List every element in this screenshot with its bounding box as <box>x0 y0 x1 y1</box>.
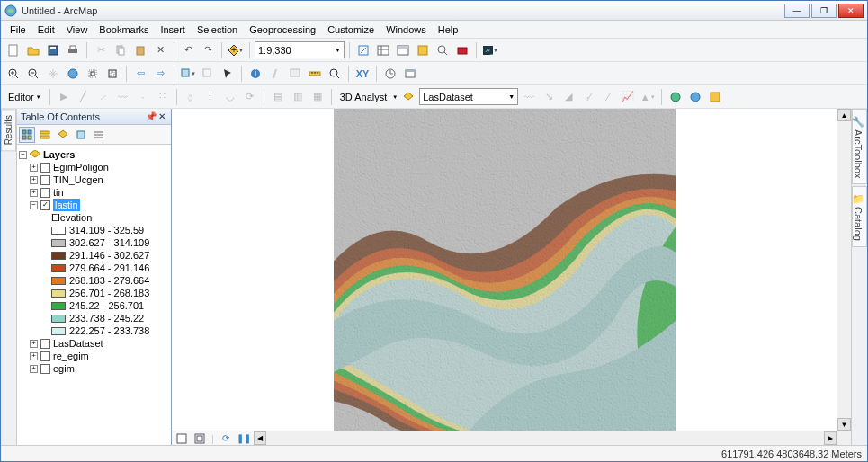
pause-icon[interactable]: ❚❚ <box>237 433 250 444</box>
full-extent-icon[interactable] <box>64 65 82 83</box>
arctoolbox-icon[interactable] <box>453 41 471 59</box>
zoom-out-icon[interactable] <box>24 65 42 83</box>
layer-tin[interactable]: tin <box>53 186 64 199</box>
symbology-swatch[interactable] <box>51 252 66 260</box>
expand-icon[interactable]: + <box>30 176 38 184</box>
options-icon[interactable] <box>706 88 724 106</box>
layer-icon[interactable] <box>399 88 417 106</box>
menu-windows[interactable]: Windows <box>380 22 432 37</box>
menu-help[interactable]: Help <box>433 22 464 37</box>
expand-icon[interactable]: + <box>30 365 38 373</box>
arcscene-icon[interactable] <box>667 88 685 106</box>
scroll-left-icon[interactable]: ◀ <box>254 431 266 445</box>
horizontal-scrollbar[interactable]: ◀ ▶ <box>254 431 837 445</box>
new-icon[interactable] <box>4 41 22 59</box>
chevron-down-icon[interactable]: ▼ <box>335 47 341 53</box>
python-window-icon[interactable]: »_▼ <box>481 41 499 59</box>
search-window-icon[interactable] <box>434 41 452 59</box>
close-icon[interactable]: ✕ <box>157 111 167 121</box>
layer-tin_ucgen[interactable]: TIN_Ucgen <box>53 173 103 186</box>
close-button[interactable]: ✕ <box>838 4 864 18</box>
layer-lasdataset[interactable]: LasDataset <box>53 337 103 350</box>
tab-arctoolbox[interactable]: 🔧ArcToolbox <box>852 109 867 184</box>
scroll-up-icon[interactable]: ▲ <box>837 109 851 121</box>
scale-input[interactable] <box>258 45 330 56</box>
collapse-icon[interactable]: − <box>19 151 27 159</box>
symbology-swatch[interactable] <box>51 289 66 298</box>
data-view-icon[interactable] <box>175 433 188 444</box>
symbology-swatch[interactable] <box>51 227 66 235</box>
identify-icon[interactable]: i <box>246 65 264 83</box>
find-icon[interactable] <box>326 65 344 83</box>
layer-checkbox[interactable] <box>40 163 50 173</box>
layers-root-label[interactable]: Layers <box>43 148 75 161</box>
scroll-track[interactable] <box>837 121 851 418</box>
undo-icon[interactable]: ↶ <box>179 41 197 59</box>
expand-icon[interactable]: + <box>30 340 38 348</box>
fixed-zoom-out-icon[interactable] <box>103 65 121 83</box>
editor-menu[interactable]: Editor▼ <box>4 90 45 104</box>
menu-insert[interactable]: Insert <box>155 22 191 37</box>
layer-lastin[interactable]: lastin <box>53 199 80 211</box>
map-canvas[interactable] <box>172 109 837 431</box>
layer-checkbox[interactable] <box>40 339 50 349</box>
symbology-swatch[interactable] <box>51 315 66 323</box>
pin-icon[interactable]: 📌 <box>146 111 157 121</box>
scale-combo[interactable]: ▼ <box>255 41 345 58</box>
zoom-in-icon[interactable] <box>4 65 22 83</box>
layer-checkbox[interactable] <box>40 188 50 198</box>
open-icon[interactable] <box>24 41 42 59</box>
tab-catalog[interactable]: 📁Catalog <box>852 186 867 247</box>
toc-tree[interactable]: −Layers+EgimPoligon+TIN_Ucgen+tin−lastin… <box>17 145 171 445</box>
editor-toolbar-icon[interactable] <box>354 41 372 59</box>
forward-extent-icon[interactable]: ⇨ <box>151 65 169 83</box>
back-extent-icon[interactable]: ⇦ <box>131 65 149 83</box>
layer-checkbox[interactable] <box>40 364 50 374</box>
refresh-icon[interactable]: ⟳ <box>219 433 232 444</box>
layout-view-icon[interactable] <box>193 433 206 444</box>
fixed-zoom-in-icon[interactable] <box>84 65 102 83</box>
time-slider-icon[interactable] <box>381 65 399 83</box>
scroll-right-icon[interactable]: ▶ <box>824 431 837 445</box>
tab-results[interactable]: Results <box>1 109 16 151</box>
layer-egimpoligon[interactable]: EgimPoligon <box>53 161 109 173</box>
select-elements-icon[interactable] <box>219 65 237 83</box>
chevron-down-icon[interactable]: ▼ <box>508 93 515 100</box>
maximize-button[interactable]: ❐ <box>811 4 837 18</box>
symbology-swatch[interactable] <box>51 239 66 247</box>
expand-icon[interactable]: + <box>30 189 38 197</box>
arcglobe-icon[interactable] <box>686 88 704 106</box>
minimize-button[interactable]: — <box>784 4 810 18</box>
chevron-down-icon[interactable]: ▼ <box>392 94 398 100</box>
find-xy-icon[interactable]: XY <box>353 65 371 83</box>
menu-selection[interactable]: Selection <box>192 22 243 37</box>
layer-re_egim[interactable]: re_egim <box>53 350 89 362</box>
expand-icon[interactable]: + <box>30 164 38 172</box>
list-by-selection-icon[interactable] <box>73 127 89 143</box>
list-by-visibility-icon[interactable] <box>55 127 71 143</box>
vertical-scrollbar[interactable]: ▲ ▼ <box>837 109 851 431</box>
menu-geoprocessing[interactable]: Geoprocessing <box>244 22 321 37</box>
create-viewer-icon[interactable] <box>401 65 419 83</box>
layer-checkbox[interactable] <box>40 175 50 185</box>
scroll-track[interactable] <box>266 431 824 445</box>
expand-icon[interactable]: + <box>30 352 38 360</box>
print-icon[interactable] <box>64 41 82 59</box>
menu-edit[interactable]: Edit <box>32 22 60 37</box>
layer-checkbox[interactable] <box>40 351 50 361</box>
symbology-swatch[interactable] <box>51 264 66 272</box>
scroll-down-icon[interactable]: ▼ <box>837 418 851 431</box>
expand-icon[interactable]: − <box>30 201 38 209</box>
save-icon[interactable] <box>44 41 62 59</box>
menu-file[interactable]: File <box>4 22 31 37</box>
delete-icon[interactable]: ✕ <box>151 41 169 59</box>
list-by-source-icon[interactable] <box>37 127 53 143</box>
catalog-window-icon[interactable] <box>414 41 432 59</box>
table-window-icon[interactable] <box>374 41 392 59</box>
redo-icon[interactable]: ↷ <box>199 41 217 59</box>
pan-icon[interactable] <box>44 65 62 83</box>
symbology-swatch[interactable] <box>51 277 66 285</box>
symbology-swatch[interactable] <box>51 327 66 335</box>
layer-egim[interactable]: egim <box>53 362 75 375</box>
add-data-icon[interactable]: +▼ <box>227 41 245 59</box>
